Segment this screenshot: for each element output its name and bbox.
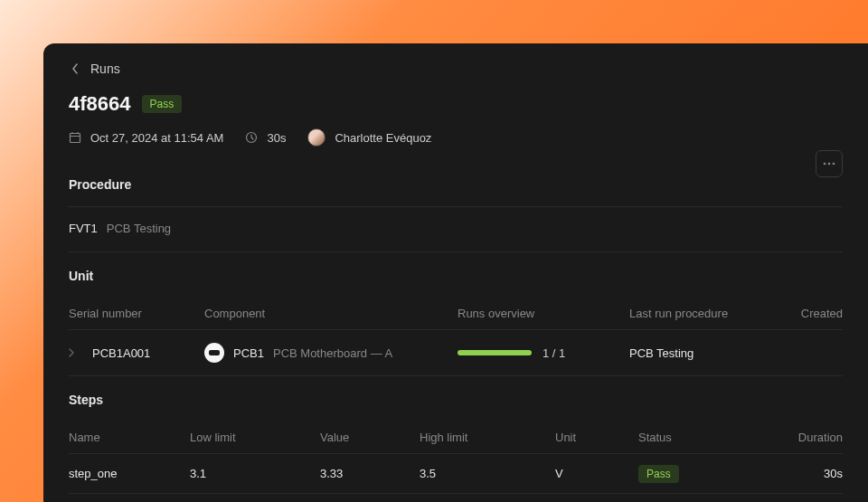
steps-table-header: Name Low limit Value High limit Unit Sta…	[69, 421, 843, 454]
header-unit: Unit	[555, 431, 638, 444]
step-low: 3.1	[190, 467, 320, 480]
header-lastrun: Last run procedure	[629, 307, 761, 320]
user-item: Charlotte Evéquoz	[307, 128, 431, 147]
header-status: Status	[638, 431, 756, 444]
chevron-right-icon[interactable]	[69, 346, 80, 360]
unit-table-header: Serial number Component Runs overview La…	[69, 298, 843, 330]
header-row: 4f8664 Pass	[69, 92, 843, 116]
unit-section-title: Unit	[69, 269, 843, 283]
svg-point-5	[824, 163, 826, 166]
header-step-name: Name	[69, 431, 190, 444]
step-name: step_one	[69, 467, 190, 480]
chevron-left-icon	[69, 62, 81, 75]
serial-value: PCB1A001	[92, 346, 150, 360]
calendar-icon	[69, 131, 81, 144]
main-panel: Runs 4f8664 Pass Oct 27, 2024 at 11:54 A…	[43, 43, 868, 502]
component-cell: PCB1 PCB Motherboard — A	[204, 343, 458, 363]
more-button[interactable]	[816, 150, 843, 177]
svg-point-6	[828, 163, 831, 166]
runs-fraction: 1 / 1	[542, 346, 565, 360]
clock-icon	[245, 131, 258, 144]
step-duration: 30s	[756, 467, 843, 480]
runs-cell: 1 / 1	[458, 346, 629, 360]
divider	[69, 251, 843, 252]
step-high: 3.5	[420, 467, 555, 480]
header-component: Component	[204, 307, 458, 320]
header-serial: Serial number	[69, 307, 204, 320]
more-icon	[823, 162, 835, 166]
breadcrumb-label: Runs	[90, 62, 120, 76]
header-duration: Duration	[756, 431, 843, 444]
duration-item: 30s	[245, 131, 286, 145]
user-name: Charlotte Evéquoz	[335, 131, 431, 145]
lastrun-cell: PCB Testing	[629, 346, 761, 360]
procedure-section-title: Procedure	[69, 177, 843, 192]
header-high: High limit	[420, 431, 555, 444]
component-icon	[204, 343, 224, 363]
steps-section-title: Steps	[69, 393, 843, 407]
component-name: PCB1	[233, 346, 264, 360]
procedure-code: FVT1	[69, 222, 98, 235]
step-status: Pass	[638, 467, 756, 480]
serial-cell: PCB1A001	[69, 346, 204, 360]
breadcrumb[interactable]: Runs	[69, 62, 843, 76]
svg-point-7	[833, 163, 835, 166]
timestamp-text: Oct 27, 2024 at 11:54 AM	[90, 131, 223, 145]
status-badge: Pass	[142, 95, 183, 113]
unit-table-row[interactable]: PCB1A001 PCB1 PCB Motherboard — A 1 / 1 …	[69, 330, 843, 376]
divider	[69, 206, 843, 207]
steps-table-row[interactable]: step_one 3.1 3.33 3.5 V Pass 30s	[69, 454, 843, 494]
step-unit: V	[555, 467, 638, 480]
step-value: 3.33	[320, 467, 420, 480]
procedure-name: PCB Testing	[107, 222, 171, 235]
header-runs: Runs overview	[458, 307, 629, 320]
timestamp-item: Oct 27, 2024 at 11:54 AM	[69, 131, 223, 145]
header-value: Value	[320, 431, 420, 444]
step-status-badge: Pass	[638, 465, 679, 483]
header-created: Created	[761, 307, 843, 320]
component-desc: PCB Motherboard — A	[273, 346, 392, 360]
svg-rect-0	[71, 134, 80, 143]
meta-row: Oct 27, 2024 at 11:54 AM 30s Charlotte E…	[69, 128, 843, 147]
procedure-row: FVT1 PCB Testing	[69, 222, 843, 235]
avatar	[307, 128, 326, 147]
progress-bar	[458, 350, 532, 355]
header-low: Low limit	[190, 431, 320, 444]
page-title: 4f8664	[69, 92, 131, 116]
duration-text: 30s	[267, 131, 286, 145]
